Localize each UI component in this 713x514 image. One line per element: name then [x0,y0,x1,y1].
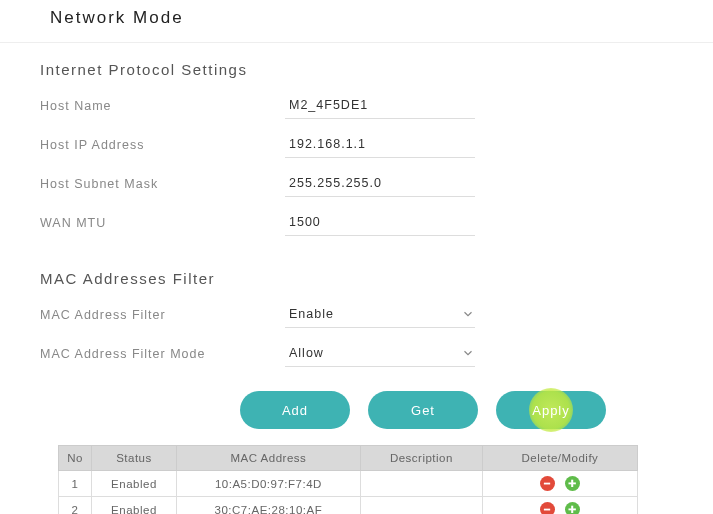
modify-icon[interactable]: ✚ [565,476,580,491]
host-name-input[interactable] [285,92,475,119]
subnet-input[interactable] [285,170,475,197]
host-ip-row: Host IP Address [40,131,673,158]
cell-no: 1 [59,471,92,497]
th-mac: MAC Address [176,446,360,471]
mac-mode-row: MAC Address Filter Mode Allow [40,340,673,367]
mac-filter-label: MAC Address Filter [40,308,285,322]
th-status: Status [92,446,177,471]
cell-mac: 10:A5:D0:97:F7:4D [176,471,360,497]
mtu-label: WAN MTU [40,216,285,230]
title-bar: Network Mode [0,0,713,43]
mac-section-title: MAC Addresses Filter [40,270,673,287]
mtu-row: WAN MTU [40,209,673,236]
mac-filter-row: MAC Address Filter Enable [40,301,673,328]
mac-mode-label: MAC Address Filter Mode [40,347,285,361]
mac-mode-select[interactable]: Allow [285,340,475,367]
th-desc: Description [360,446,482,471]
get-button[interactable]: Get [368,391,478,429]
cell-status: Enabled [92,497,177,515]
cell-status: Enabled [92,471,177,497]
table-row: 2 Enabled 30:C7:AE:28:10:AF ━ ✚ [59,497,638,515]
chevron-down-icon [461,346,475,360]
apply-label: Apply [532,403,570,418]
cell-mac: 30:C7:AE:28:10:AF [176,497,360,515]
mac-mode-value: Allow [289,346,324,360]
apply-button[interactable]: Apply [496,391,606,429]
table-header-row: No Status MAC Address Description Delete… [59,446,638,471]
cell-desc [360,497,482,515]
mac-address-table: No Status MAC Address Description Delete… [58,445,638,514]
host-name-label: Host Name [40,99,285,113]
cell-actions: ━ ✚ [482,471,637,497]
mtu-input[interactable] [285,209,475,236]
ip-section-title: Internet Protocol Settings [40,61,673,78]
host-name-row: Host Name [40,92,673,119]
th-dm: Delete/Modify [482,446,637,471]
cell-desc [360,471,482,497]
subnet-label: Host Subnet Mask [40,177,285,191]
delete-icon[interactable]: ━ [540,502,555,514]
delete-icon[interactable]: ━ [540,476,555,491]
content-area: Internet Protocol Settings Host Name Hos… [0,43,713,514]
subnet-row: Host Subnet Mask [40,170,673,197]
button-row: Add Get Apply [240,391,673,429]
mac-filter-value: Enable [289,307,334,321]
cell-actions: ━ ✚ [482,497,637,515]
add-button[interactable]: Add [240,391,350,429]
page-title: Network Mode [50,8,683,28]
table-row: 1 Enabled 10:A5:D0:97:F7:4D ━ ✚ [59,471,638,497]
cell-no: 2 [59,497,92,515]
host-ip-input[interactable] [285,131,475,158]
chevron-down-icon [461,307,475,321]
modify-icon[interactable]: ✚ [565,502,580,514]
mac-filter-select[interactable]: Enable [285,301,475,328]
host-ip-label: Host IP Address [40,138,285,152]
th-no: No [59,446,92,471]
